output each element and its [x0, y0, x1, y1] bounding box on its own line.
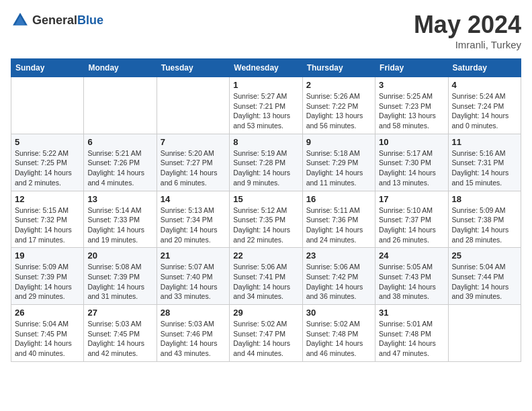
cell-day-number: 6	[87, 137, 152, 147]
calendar-cell	[84, 77, 157, 134]
calendar-cell: 8Sunrise: 5:19 AM Sunset: 7:28 PM Daylig…	[230, 134, 302, 191]
calendar-cell: 17Sunrise: 5:10 AM Sunset: 7:37 PM Dayli…	[375, 191, 448, 248]
month-title: May 2024	[414, 11, 521, 39]
cell-info: Sunrise: 5:26 AM Sunset: 7:22 PM Dayligh…	[306, 91, 371, 131]
cell-info: Sunrise: 5:04 AM Sunset: 7:45 PM Dayligh…	[15, 319, 80, 359]
cell-day-number: 13	[87, 194, 152, 204]
cell-info: Sunrise: 5:05 AM Sunset: 7:43 PM Dayligh…	[379, 262, 444, 302]
cell-info: Sunrise: 5:01 AM Sunset: 7:48 PM Dayligh…	[379, 319, 444, 359]
weekday-tuesday: Tuesday	[157, 59, 229, 77]
weekday-header-row: SundayMondayTuesdayWednesdayThursdayFrid…	[11, 59, 521, 77]
cell-info: Sunrise: 5:09 AM Sunset: 7:38 PM Dayligh…	[452, 205, 517, 245]
calendar-cell: 16Sunrise: 5:11 AM Sunset: 7:36 PM Dayli…	[302, 191, 375, 248]
weekday-wednesday: Wednesday	[230, 59, 302, 77]
weekday-monday: Monday	[84, 59, 157, 77]
cell-info: Sunrise: 5:06 AM Sunset: 7:42 PM Dayligh…	[306, 262, 371, 302]
calendar-cell: 2Sunrise: 5:26 AM Sunset: 7:22 PM Daylig…	[302, 77, 375, 134]
cell-day-number: 12	[15, 194, 80, 204]
logo-blue: Blue	[77, 13, 103, 27]
cell-day-number: 14	[161, 194, 226, 204]
cell-info: Sunrise: 5:18 AM Sunset: 7:29 PM Dayligh…	[306, 148, 371, 188]
cell-info: Sunrise: 5:20 AM Sunset: 7:27 PM Dayligh…	[161, 148, 226, 188]
calendar-cell: 29Sunrise: 5:02 AM Sunset: 7:47 PM Dayli…	[230, 305, 302, 362]
cell-day-number: 19	[15, 250, 80, 261]
cell-info: Sunrise: 5:16 AM Sunset: 7:31 PM Dayligh…	[452, 148, 517, 188]
calendar-cell: 6Sunrise: 5:21 AM Sunset: 7:26 PM Daylig…	[84, 134, 157, 191]
cell-day-number: 25	[452, 250, 517, 261]
calendar-cell: 4Sunrise: 5:24 AM Sunset: 7:24 PM Daylig…	[448, 77, 521, 134]
cell-day-number: 23	[306, 250, 371, 261]
cell-day-number: 17	[379, 194, 444, 204]
cell-info: Sunrise: 5:14 AM Sunset: 7:33 PM Dayligh…	[87, 205, 152, 245]
cell-day-number: 20	[87, 250, 152, 261]
calendar-cell	[448, 305, 521, 362]
cell-day-number: 26	[15, 308, 80, 318]
cell-info: Sunrise: 5:08 AM Sunset: 7:39 PM Dayligh…	[87, 262, 152, 302]
calendar-cell: 24Sunrise: 5:05 AM Sunset: 7:43 PM Dayli…	[375, 248, 448, 305]
calendar-week-1: 1Sunrise: 5:27 AM Sunset: 7:21 PM Daylig…	[11, 77, 521, 134]
cell-day-number: 21	[161, 250, 226, 261]
calendar-cell: 30Sunrise: 5:02 AM Sunset: 7:48 PM Dayli…	[302, 305, 375, 362]
cell-info: Sunrise: 5:04 AM Sunset: 7:44 PM Dayligh…	[452, 262, 517, 302]
calendar-cell: 13Sunrise: 5:14 AM Sunset: 7:33 PM Dayli…	[84, 191, 157, 248]
cell-info: Sunrise: 5:07 AM Sunset: 7:40 PM Dayligh…	[161, 262, 226, 302]
weekday-friday: Friday	[375, 59, 448, 77]
calendar-cell: 23Sunrise: 5:06 AM Sunset: 7:42 PM Dayli…	[302, 248, 375, 305]
cell-day-number: 10	[379, 137, 444, 147]
cell-day-number: 2	[306, 80, 371, 90]
weekday-thursday: Thursday	[302, 59, 375, 77]
calendar-cell: 25Sunrise: 5:04 AM Sunset: 7:44 PM Dayli…	[448, 248, 521, 305]
cell-info: Sunrise: 5:17 AM Sunset: 7:30 PM Dayligh…	[379, 148, 444, 188]
calendar-body: 1Sunrise: 5:27 AM Sunset: 7:21 PM Daylig…	[11, 77, 521, 362]
calendar-cell: 9Sunrise: 5:18 AM Sunset: 7:29 PM Daylig…	[302, 134, 375, 191]
calendar-week-5: 26Sunrise: 5:04 AM Sunset: 7:45 PM Dayli…	[11, 305, 521, 362]
calendar-cell: 27Sunrise: 5:03 AM Sunset: 7:45 PM Dayli…	[84, 305, 157, 362]
logo: GeneralBlue	[11, 11, 103, 30]
cell-info: Sunrise: 5:10 AM Sunset: 7:37 PM Dayligh…	[379, 205, 444, 245]
calendar-cell: 31Sunrise: 5:01 AM Sunset: 7:48 PM Dayli…	[375, 305, 448, 362]
calendar-cell: 11Sunrise: 5:16 AM Sunset: 7:31 PM Dayli…	[448, 134, 521, 191]
calendar-cell: 3Sunrise: 5:25 AM Sunset: 7:23 PM Daylig…	[375, 77, 448, 134]
cell-info: Sunrise: 5:02 AM Sunset: 7:48 PM Dayligh…	[306, 319, 371, 359]
calendar-cell: 26Sunrise: 5:04 AM Sunset: 7:45 PM Dayli…	[11, 305, 84, 362]
cell-day-number: 27	[87, 308, 152, 318]
cell-info: Sunrise: 5:13 AM Sunset: 7:34 PM Dayligh…	[161, 205, 226, 245]
cell-info: Sunrise: 5:03 AM Sunset: 7:46 PM Dayligh…	[161, 319, 226, 359]
calendar-cell: 14Sunrise: 5:13 AM Sunset: 7:34 PM Dayli…	[157, 191, 229, 248]
cell-info: Sunrise: 5:02 AM Sunset: 7:47 PM Dayligh…	[233, 319, 298, 359]
cell-info: Sunrise: 5:09 AM Sunset: 7:39 PM Dayligh…	[15, 262, 80, 302]
location: Imranli, Turkey	[414, 39, 521, 50]
calendar-week-2: 5Sunrise: 5:22 AM Sunset: 7:25 PM Daylig…	[11, 134, 521, 191]
cell-info: Sunrise: 5:24 AM Sunset: 7:24 PM Dayligh…	[452, 91, 517, 131]
cell-day-number: 29	[233, 308, 298, 318]
cell-day-number: 16	[306, 194, 371, 204]
calendar-cell: 20Sunrise: 5:08 AM Sunset: 7:39 PM Dayli…	[84, 248, 157, 305]
cell-day-number: 24	[379, 250, 444, 261]
calendar-cell: 10Sunrise: 5:17 AM Sunset: 7:30 PM Dayli…	[375, 134, 448, 191]
cell-day-number: 7	[161, 137, 226, 147]
weekday-saturday: Saturday	[448, 59, 521, 77]
calendar-cell: 1Sunrise: 5:27 AM Sunset: 7:21 PM Daylig…	[230, 77, 302, 134]
cell-day-number: 3	[379, 80, 444, 90]
cell-day-number: 9	[306, 137, 371, 147]
cell-day-number: 15	[233, 194, 298, 204]
cell-info: Sunrise: 5:19 AM Sunset: 7:28 PM Dayligh…	[233, 148, 298, 188]
cell-day-number: 4	[452, 80, 517, 90]
cell-day-number: 1	[233, 80, 298, 90]
cell-day-number: 31	[379, 308, 444, 318]
cell-info: Sunrise: 5:25 AM Sunset: 7:23 PM Dayligh…	[379, 91, 444, 131]
weekday-sunday: Sunday	[11, 59, 84, 77]
logo-icon	[11, 11, 30, 30]
calendar-cell: 12Sunrise: 5:15 AM Sunset: 7:32 PM Dayli…	[11, 191, 84, 248]
cell-day-number: 22	[233, 250, 298, 261]
logo-general: General	[32, 13, 77, 27]
cell-info: Sunrise: 5:12 AM Sunset: 7:35 PM Dayligh…	[233, 205, 298, 245]
cell-day-number: 8	[233, 137, 298, 147]
cell-info: Sunrise: 5:15 AM Sunset: 7:32 PM Dayligh…	[15, 205, 80, 245]
cell-day-number: 11	[452, 137, 517, 147]
cell-info: Sunrise: 5:22 AM Sunset: 7:25 PM Dayligh…	[15, 148, 80, 188]
cell-day-number: 18	[452, 194, 517, 204]
calendar-cell: 5Sunrise: 5:22 AM Sunset: 7:25 PM Daylig…	[11, 134, 84, 191]
calendar-cell: 15Sunrise: 5:12 AM Sunset: 7:35 PM Dayli…	[230, 191, 302, 248]
calendar-table: SundayMondayTuesdayWednesdayThursdayFrid…	[11, 58, 521, 362]
